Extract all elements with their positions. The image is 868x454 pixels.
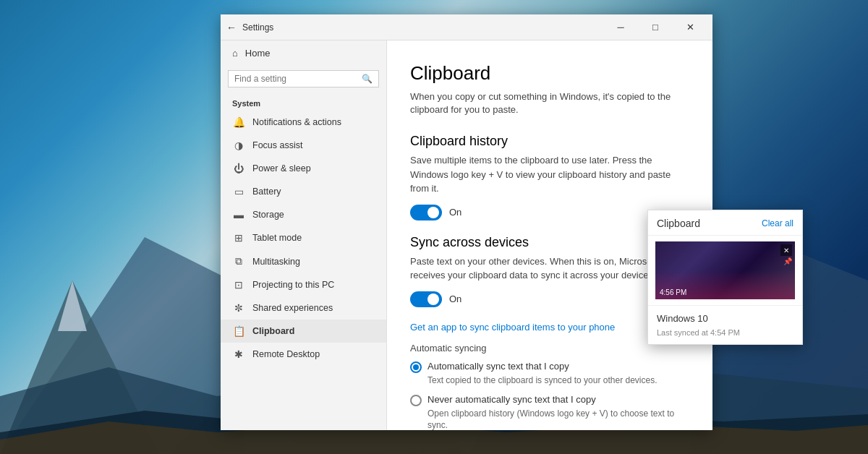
projecting-icon: ⊡ (232, 279, 245, 291)
sidebar-item-label: Projecting to this PC (252, 280, 334, 290)
radio1-label: Automatically sync text that I copy (427, 361, 569, 372)
home-label: Home (245, 48, 271, 59)
radio2-label: Never automatically sync text that I cop… (427, 394, 596, 405)
sidebar: ⌂ Home 🔍 System 🔔 Notifications & action… (221, 40, 387, 430)
clipboard-history-toggle[interactable] (410, 205, 442, 220)
search-box[interactable]: 🔍 (228, 70, 379, 87)
search-input[interactable] (234, 74, 362, 84)
window-title: Settings (242, 22, 604, 33)
radio1-button[interactable] (410, 361, 422, 373)
thumb-close-button[interactable]: ✕ (780, 244, 792, 256)
back-button[interactable]: ← (226, 22, 237, 33)
title-bar: ← Settings ─ □ ✕ (221, 14, 712, 40)
sidebar-item-power[interactable]: ⏻ Power & sleep (221, 157, 386, 180)
sidebar-item-label: Focus assist (252, 140, 302, 150)
popup-item-sync: Last synced at 4:54 PM (657, 328, 793, 337)
maximize-button[interactable]: □ (639, 14, 672, 40)
section1-desc: Save multiple items to the clipboard to … (410, 153, 689, 196)
popup-item-title: Windows 10 (657, 313, 793, 324)
search-icon: 🔍 (362, 74, 373, 84)
radio-option-1: Automatically sync text that I copy Text… (410, 361, 689, 387)
sidebar-item-label: Remote Desktop (252, 349, 320, 359)
thumb-pin-icon: 📌 (783, 257, 792, 265)
sidebar-item-clipboard[interactable]: 📋 Clipboard (221, 320, 386, 343)
sidebar-item-multitasking[interactable]: ⧉ Multitasking (221, 249, 386, 273)
radio1-desc: Text copied to the clipboard is synced t… (427, 374, 689, 387)
focus-icon: ◑ (232, 140, 245, 151)
popup-thumbnail: 4:56 PM ✕ 📌 (655, 241, 795, 299)
shared-icon: ✼ (232, 302, 245, 314)
radio2-desc: Open clipboard history (Windows logo key… (427, 408, 689, 430)
close-button[interactable]: ✕ (673, 14, 707, 40)
tablet-icon: ⊞ (232, 232, 245, 244)
radio2-button[interactable] (410, 395, 422, 406)
toggle1-label: On (449, 207, 461, 218)
multitasking-icon: ⧉ (232, 255, 245, 267)
sidebar-item-projecting[interactable]: ⊡ Projecting to this PC (221, 273, 386, 296)
settings-window: ← Settings ─ □ ✕ ⌂ Home 🔍 System � (221, 14, 712, 430)
clear-all-button[interactable]: Clear all (762, 218, 793, 228)
sidebar-item-storage[interactable]: ▬ Storage (221, 203, 386, 226)
notifications-icon: 🔔 (232, 116, 245, 128)
sidebar-item-label: Notifications & actions (252, 117, 341, 127)
page-subtitle: When you copy or cut something in Window… (410, 90, 689, 116)
sidebar-item-notifications[interactable]: 🔔 Notifications & actions (221, 111, 386, 134)
sync-devices-toggle[interactable] (410, 291, 442, 307)
toggle2-label: On (449, 294, 461, 304)
popup-header: Clipboard Clear all (648, 210, 802, 236)
sidebar-item-tablet[interactable]: ⊞ Tablet mode (221, 226, 386, 249)
battery-icon: ▭ (232, 186, 245, 197)
sidebar-item-label: Battery (252, 187, 281, 197)
home-icon: ⌂ (232, 48, 238, 59)
radio-option-2: Never automatically sync text that I cop… (410, 394, 689, 430)
sidebar-item-label: Shared experiences (252, 303, 333, 313)
storage-icon: ▬ (232, 209, 245, 220)
section1-title: Clipboard history (410, 134, 689, 149)
sidebar-item-battery[interactable]: ▭ Battery (221, 180, 386, 203)
clipboard-popup: Clipboard Clear all 4:56 PM ✕ 📌 Windows … (647, 210, 803, 345)
sidebar-item-shared[interactable]: ✼ Shared experiences (221, 296, 386, 320)
sidebar-item-label: Multitasking (252, 257, 300, 267)
clipboard-icon: 📋 (232, 325, 245, 337)
popup-title: Clipboard (657, 218, 700, 229)
sidebar-item-label: Storage (252, 210, 284, 220)
power-icon: ⏻ (232, 163, 245, 174)
remote-icon: ✱ (232, 348, 245, 360)
sidebar-item-label: Power & sleep (252, 163, 311, 174)
popup-item: Windows 10 Last synced at 4:54 PM (648, 305, 802, 344)
sidebar-item-label: Clipboard (252, 326, 294, 336)
window-controls: ─ □ ✕ (604, 14, 707, 40)
sidebar-item-remote[interactable]: ✱ Remote Desktop (221, 343, 386, 366)
minimize-button[interactable]: ─ (604, 14, 637, 40)
page-title: Clipboard (410, 62, 689, 85)
window-body: ⌂ Home 🔍 System 🔔 Notifications & action… (221, 40, 712, 430)
sidebar-item-label: Tablet mode (252, 233, 302, 243)
sidebar-section-title: System (221, 92, 386, 111)
thumb-time: 4:56 PM (660, 288, 686, 296)
sidebar-item-home[interactable]: ⌂ Home (221, 40, 386, 66)
sidebar-item-focus[interactable]: ◑ Focus assist (221, 134, 386, 157)
